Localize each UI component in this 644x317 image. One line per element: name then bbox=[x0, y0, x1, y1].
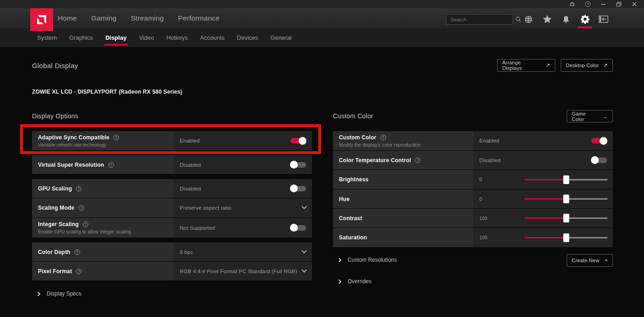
row-scaling-mode: Scaling Mode? Preserve aspect ratio bbox=[32, 198, 312, 217]
search-input[interactable] bbox=[446, 17, 515, 22]
plus-icon: + bbox=[605, 257, 608, 264]
tab-display[interactable]: Display bbox=[105, 34, 126, 41]
chevron-right-icon bbox=[337, 279, 342, 284]
page-title: Global Display bbox=[32, 62, 78, 69]
search-box[interactable] bbox=[446, 14, 513, 25]
titlebar: ? bbox=[0, 0, 644, 8]
nav-item-gaming[interactable]: Gaming bbox=[91, 14, 116, 22]
row-hue: Hue 0 bbox=[333, 190, 613, 208]
gear-icon[interactable] bbox=[575, 12, 594, 26]
help-icon[interactable]: ? bbox=[76, 186, 81, 191]
row-color-depth: Color Depth? 8 bpc bbox=[32, 243, 312, 261]
row-brightness: Brightness 0 bbox=[333, 170, 613, 189]
tab-general[interactable]: General bbox=[270, 34, 291, 41]
nav-item-performance[interactable]: Performance bbox=[178, 14, 220, 22]
help-icon[interactable]: ? bbox=[415, 158, 420, 163]
help-icon[interactable]: ? bbox=[79, 205, 84, 211]
custom-color-toggle[interactable] bbox=[591, 138, 607, 143]
color-depth-dropdown[interactable]: 8 bpc bbox=[174, 243, 312, 261]
slider-thumb[interactable] bbox=[563, 233, 569, 242]
globe-icon[interactable] bbox=[519, 12, 538, 26]
help-icon[interactable]: ? bbox=[83, 222, 88, 227]
arrange-displays-button[interactable]: Arrange Displays↗ bbox=[497, 59, 555, 72]
chevron-down-icon bbox=[301, 248, 306, 253]
chevron-right-icon bbox=[36, 291, 41, 296]
nav-icon-row bbox=[519, 12, 613, 26]
contrast-slider[interactable] bbox=[525, 217, 607, 219]
amd-logo[interactable] bbox=[30, 8, 53, 31]
slider-thumb[interactable] bbox=[563, 195, 569, 203]
display-options-title: Display Options bbox=[32, 112, 78, 120]
nav-item-home[interactable]: Home bbox=[58, 14, 77, 22]
saturation-slider[interactable] bbox=[525, 237, 607, 238]
display-specs-expander[interactable]: Display Specs bbox=[37, 291, 81, 297]
row-virtual-super-resolution: Virtual Super Resolution? Disabled bbox=[32, 155, 312, 174]
chevron-down-icon bbox=[301, 204, 306, 209]
tab-hotkeys[interactable]: Hotkeys bbox=[166, 34, 188, 41]
tab-devices[interactable]: Devices bbox=[237, 34, 258, 41]
row-integer-scaling: Integer Scaling? Enable GPU scaling to a… bbox=[32, 218, 312, 238]
overrides-expander[interactable]: Overrides bbox=[338, 278, 371, 285]
help-icon[interactable]: ? bbox=[76, 269, 81, 274]
tab-system[interactable]: System bbox=[37, 34, 57, 41]
color-temperature-toggle[interactable] bbox=[591, 158, 607, 163]
collapse-panel-icon[interactable] bbox=[594, 12, 613, 26]
custom-resolutions-expander[interactable]: Custom Resolutions bbox=[338, 257, 397, 263]
display-device-name: ZOWIE XL LCD - DISPLAYPORT (Radeon RX 58… bbox=[32, 89, 182, 95]
tab-video[interactable]: Video bbox=[139, 34, 154, 41]
row-gpu-scaling: GPU Scaling? Disabled bbox=[32, 179, 312, 198]
tab-graphics[interactable]: Graphics bbox=[69, 34, 93, 41]
help-icon[interactable]: ? bbox=[381, 135, 386, 140]
bug-report-icon[interactable] bbox=[564, 0, 580, 8]
pixel-format-dropdown[interactable]: RGB 4:4:4 Pixel Format PC Standard (Full… bbox=[174, 262, 312, 280]
help-icon[interactable]: ? bbox=[108, 162, 114, 168]
slider-thumb[interactable] bbox=[563, 175, 569, 184]
row-adaptive-sync: Adaptive Sync Compatible? Variable-refre… bbox=[32, 131, 312, 150]
main-nav-items: Home Gaming Streaming Performance bbox=[58, 8, 220, 28]
scaling-mode-dropdown[interactable]: Preserve aspect ratio bbox=[174, 198, 312, 217]
right-arrow-icon: → bbox=[602, 113, 608, 120]
chevron-down-icon bbox=[301, 267, 306, 272]
slider-thumb[interactable] bbox=[563, 214, 569, 222]
settings-subnav: System Graphics Display Video Hotkeys Ac… bbox=[0, 28, 644, 47]
adaptive-sync-toggle[interactable] bbox=[290, 138, 306, 143]
chevron-right-icon bbox=[337, 258, 342, 262]
help-icon[interactable]: ? bbox=[113, 135, 119, 140]
bell-icon[interactable] bbox=[557, 12, 575, 26]
row-color-temperature: Color Temperature Control? Disabled bbox=[333, 151, 613, 169]
gpu-scaling-toggle[interactable] bbox=[290, 186, 306, 191]
tab-accounts[interactable]: Accounts bbox=[200, 34, 225, 41]
help-icon[interactable]: ? bbox=[580, 0, 596, 8]
minimize-icon[interactable] bbox=[596, 0, 611, 8]
virtual-super-resolution-toggle[interactable] bbox=[290, 162, 306, 168]
close-icon[interactable] bbox=[627, 0, 642, 8]
desktop-color-button[interactable]: Desktop Color↗ bbox=[561, 59, 613, 72]
custom-color-title: Custom Color bbox=[333, 112, 373, 120]
row-contrast: Contrast 100 bbox=[333, 209, 613, 227]
restore-icon[interactable] bbox=[611, 0, 627, 8]
create-new-button[interactable]: Create New+ bbox=[567, 254, 613, 267]
external-link-icon: ↗ bbox=[603, 62, 608, 69]
external-link-icon: ↗ bbox=[546, 62, 550, 69]
game-color-button[interactable]: Game Color→ bbox=[567, 110, 613, 122]
star-icon[interactable] bbox=[538, 12, 557, 26]
help-icon[interactable]: ? bbox=[75, 249, 80, 255]
row-saturation: Saturation 100 bbox=[333, 228, 613, 247]
row-custom-color: Custom Color? Modify the display's color… bbox=[333, 131, 613, 150]
hue-slider[interactable] bbox=[525, 198, 607, 200]
brightness-slider[interactable] bbox=[525, 179, 607, 180]
nav-item-streaming[interactable]: Streaming bbox=[131, 14, 164, 22]
integer-scaling-toggle[interactable] bbox=[290, 225, 306, 231]
row-pixel-format: Pixel Format? RGB 4:4:4 Pixel Format PC … bbox=[32, 262, 312, 280]
